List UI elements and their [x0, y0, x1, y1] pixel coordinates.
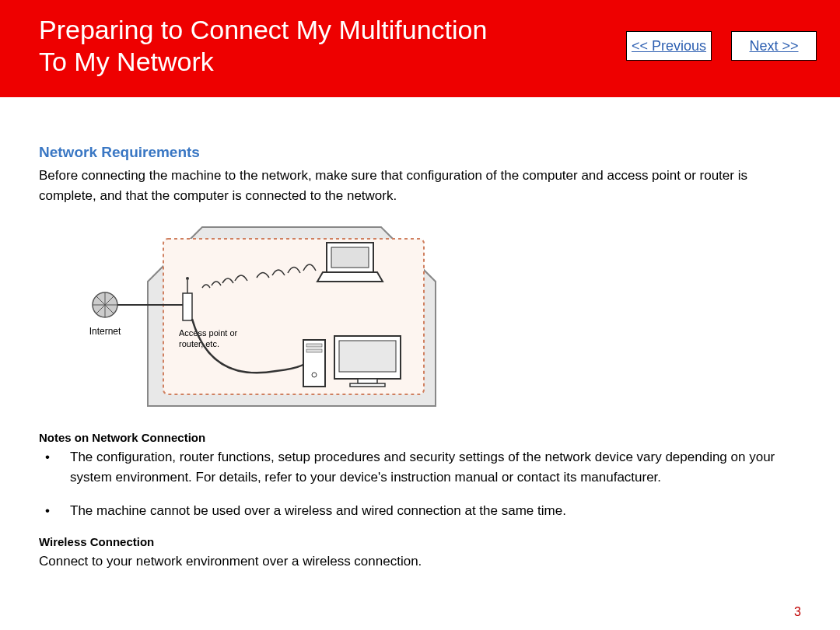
wireless-heading: Wireless Connection	[39, 535, 801, 548]
list-item: • The configuration, router functions, s…	[39, 447, 801, 487]
monitor-icon	[334, 336, 401, 387]
nav-button-group: << Previous Next >>	[626, 31, 817, 61]
intro-paragraph: Before connecting the machine to the net…	[39, 166, 801, 205]
diagram-svg: Internet Access point or router, etc.	[47, 219, 443, 414]
next-button-label: Next >>	[749, 38, 798, 54]
svg-point-10	[186, 277, 189, 280]
network-diagram: Internet Access point or router, etc.	[47, 219, 801, 417]
content-area: Network Requirements Before connecting t…	[0, 97, 840, 586]
svg-rect-14	[306, 349, 322, 352]
title-line-1: Preparing to Connect My Multifunction	[39, 15, 487, 44]
note-text: The configuration, router functions, set…	[70, 447, 801, 487]
internet-label: Internet	[89, 326, 121, 337]
wireless-paragraph: Connect to your network environment over…	[39, 551, 801, 572]
svg-rect-17	[339, 341, 396, 372]
section-heading: Network Requirements	[39, 144, 801, 161]
svg-rect-8	[183, 293, 192, 320]
svg-rect-11	[331, 247, 369, 268]
note-text: The machine cannot be used over a wirele…	[70, 501, 801, 521]
desktop-icon	[303, 340, 325, 387]
router-label-1: Access point or	[179, 328, 238, 338]
header-bar: Preparing to Connect My Multifunction To…	[0, 0, 840, 97]
next-button[interactable]: Next >>	[731, 31, 817, 61]
list-item: • The machine cannot be used over a wire…	[39, 501, 801, 521]
bullet-icon: •	[39, 447, 70, 487]
notes-heading: Notes on Network Connection	[39, 431, 801, 444]
router-label-2: router, etc.	[179, 339, 219, 348]
previous-button[interactable]: << Previous	[626, 31, 712, 61]
previous-button-label: << Previous	[632, 38, 706, 54]
bullet-icon: •	[39, 501, 70, 521]
notes-list: • The configuration, router functions, s…	[39, 447, 801, 521]
laptop-icon	[317, 243, 383, 282]
title-line-2: To My Network	[39, 47, 214, 76]
svg-rect-13	[306, 344, 322, 347]
page-number: 3	[794, 605, 801, 619]
svg-rect-19	[350, 383, 385, 387]
svg-rect-18	[358, 379, 377, 383]
